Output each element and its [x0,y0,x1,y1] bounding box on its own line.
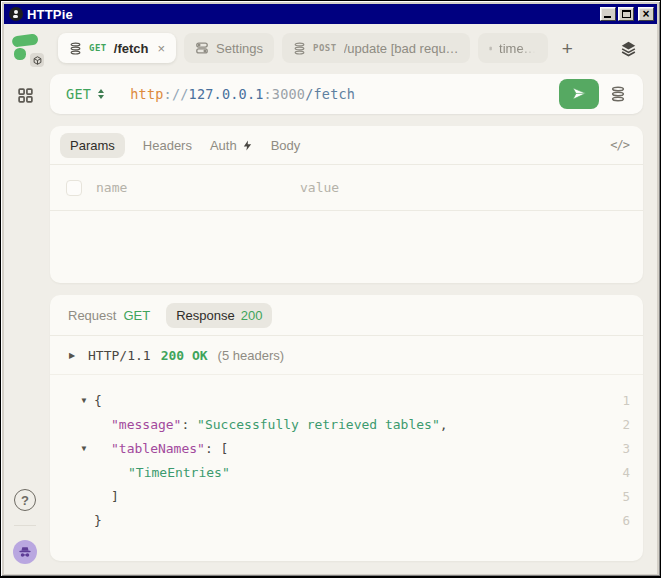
close-icon: × [639,7,653,21]
tab-settings[interactable]: Settings [184,33,274,63]
tab-post-update[interactable]: POST /update [bad requ… [282,33,470,63]
layers-icon [620,40,637,57]
request-pane-tabs: Params Headers Auth Body </> [50,126,643,164]
sidebar: ? [4,24,46,574]
paper-plane-icon [571,86,587,102]
workspace-cube-icon [30,53,44,67]
url-separator: :// [164,86,189,102]
tab-label: /update [bad requ… [344,41,459,56]
request-pane: Params Headers Auth Body </> [50,126,643,283]
tab-method: POST [313,43,337,53]
saved-requests-button[interactable] [599,86,637,102]
tab-label: time… [499,41,537,56]
tab-method: GET [89,43,107,53]
tab-response-label: Response [176,308,235,323]
method-selector[interactable]: GET [66,86,91,102]
url-input[interactable]: http://127.0.0.1:3000/fetch [130,86,355,102]
incognito-icon [17,544,33,560]
fold-open-icon[interactable]: ▼ [78,444,90,453]
response-status-line: ▶ HTTP/1.1 200 OK (5 headers) [50,336,643,374]
json-line: } 6 [50,508,643,532]
lightning-bolt-icon [242,139,253,152]
database-icon [69,42,82,55]
param-name-input[interactable] [96,180,286,195]
json-line: "message": "Successfully retrieved table… [50,412,643,436]
help-button[interactable]: ? [14,489,36,511]
line-number: 2 [622,417,630,432]
title-bar: HTTPie × [4,4,657,24]
httpie-logo[interactable] [10,33,40,63]
tab-bar: GET /fetch × Settings POST /upd [48,30,643,66]
headers-fold-icon[interactable]: ▶ [66,351,78,360]
tab-response-status: 200 [241,308,263,323]
headers-count: (5 headers) [218,348,284,363]
settings-sliders-icon [195,41,209,55]
tab-request-method: GET [123,308,150,323]
json-line: ▼ { 1 [50,388,643,412]
status-code: 200 OK [161,348,208,363]
tab-close-icon[interactable]: × [157,41,165,56]
method-dropdown-icon[interactable] [98,89,104,99]
line-number: 4 [622,465,630,480]
url-port: :3000 [264,86,306,102]
tab-label: Settings [216,41,263,56]
url-scheme: http [130,86,163,102]
minimize-button[interactable] [600,7,616,21]
maximize-button[interactable] [618,7,634,21]
url-bar: GET http://127.0.0.1:3000/fetch [50,74,643,114]
help-icon: ? [21,493,29,508]
url-path: /fetch [305,86,355,102]
line-number: 1 [622,393,630,408]
database-icon [293,42,306,55]
fold-open-icon[interactable]: ▼ [78,396,90,405]
tab-body-label: Body [271,138,301,153]
json-line: ▼ "tableNames": [ 3 [50,436,643,460]
param-value-input[interactable] [300,180,627,195]
protocol: HTTP/1.1 [88,348,151,363]
response-body: ▼ { 1 "message": "Successfully retrieved… [50,375,643,532]
minimize-icon [604,16,611,18]
response-pane: Request GET Response 200 ▶ HTTP/1.1 200 … [50,295,643,561]
app-content: ? GET /fetch × [4,24,657,574]
apps-grid-icon[interactable] [17,87,34,108]
tab-headers[interactable]: Headers [143,138,192,153]
sidebar-divider [14,525,36,526]
database-icon [489,42,492,55]
tab-time[interactable]: time… [478,33,548,63]
database-icon [610,86,626,102]
param-checkbox[interactable] [66,180,82,196]
tab-body[interactable]: Body [271,138,301,153]
tab-params-label: Params [70,138,115,153]
url-host: 127.0.0.1 [189,86,264,102]
tab-auth-label: Auth [210,138,237,153]
line-number: 5 [622,489,630,504]
tab-overview-button[interactable] [614,40,643,57]
param-row [50,165,643,210]
code-view-icon[interactable]: </> [610,138,629,152]
anonymous-avatar[interactable] [13,540,37,564]
tab-response[interactable]: Response 200 [166,303,272,328]
line-number: 3 [622,441,630,456]
response-pane-tabs: Request GET Response 200 [50,295,643,335]
divider [50,210,643,211]
new-tab-button[interactable]: + [556,39,579,58]
divider [50,374,643,375]
line-number: 6 [622,513,630,528]
maximize-icon [622,10,631,18]
tab-headers-label: Headers [143,138,192,153]
json-line: "TimeEntries" 4 [50,460,643,484]
app-window: HTTPie × [0,0,661,578]
main-column: GET /fetch × Settings POST /upd [46,24,657,574]
tab-params[interactable]: Params [60,133,125,158]
tab-get-fetch[interactable]: GET /fetch × [58,33,176,63]
json-line: ] 5 [50,484,643,508]
httpie-window-icon [9,7,23,21]
tab-auth[interactable]: Auth [210,138,253,153]
tab-request[interactable]: Request GET [60,303,158,328]
tab-label: /fetch [114,41,149,56]
close-button[interactable]: × [638,7,654,21]
window-title: HTTPie [27,7,73,22]
tab-request-label: Request [68,308,116,323]
send-button[interactable] [559,79,599,109]
